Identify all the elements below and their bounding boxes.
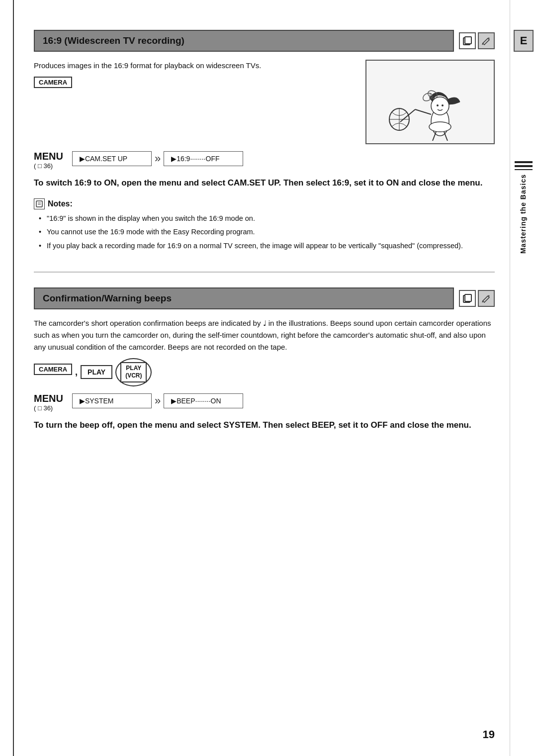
section1-notes-label: Notes: bbox=[48, 199, 73, 208]
sidebar-line-1 bbox=[515, 161, 533, 163]
section1-menu-arrow: » bbox=[152, 151, 164, 166]
sidebar-line-3 bbox=[515, 169, 533, 170]
section1-note-1: "16:9" is shown in the display when you … bbox=[38, 213, 495, 224]
section-divider bbox=[34, 272, 495, 273]
main-content: 16:9 (Widescreen TV recording) Produces … bbox=[14, 0, 510, 756]
svg-point-9 bbox=[437, 104, 439, 106]
section1-menu-label-col: MENU ( □ 36) bbox=[34, 151, 68, 170]
section2-play-vcr-line1: PLAY bbox=[125, 365, 142, 373]
section2-play-badge: PLAY bbox=[81, 365, 112, 379]
section1-icons bbox=[459, 32, 495, 49]
svg-line-24 bbox=[482, 301, 483, 302]
section1-copy-icon bbox=[459, 32, 476, 49]
section2-menu-ref: ( □ 36) bbox=[34, 404, 68, 412]
notes-icon bbox=[34, 198, 45, 209]
section1-menu-label: MENU bbox=[34, 151, 63, 161]
section2-menu-arrow: » bbox=[152, 393, 164, 408]
section2-play-vcr-line2: (VCR) bbox=[125, 372, 142, 380]
svg-line-2 bbox=[482, 43, 483, 45]
section2-camera-badge: CAMERA bbox=[34, 364, 72, 375]
section1-menu-ref: ( □ 36) bbox=[34, 162, 68, 170]
page-number: 19 bbox=[483, 728, 495, 741]
svg-rect-23 bbox=[465, 294, 471, 301]
section2-menu-label-col: MENU ( □ 36) bbox=[34, 393, 68, 412]
section2-body: The camcorder's short operation confirma… bbox=[34, 317, 495, 353]
sidebar-lines bbox=[515, 161, 533, 170]
section1-top: Produces images in the 16:9 format for p… bbox=[34, 60, 495, 144]
section2-instruction: To turn the beep off, open the menu and … bbox=[34, 419, 495, 432]
section2-play-vcr-circle: PLAY (VCR) bbox=[115, 358, 152, 386]
section1-menu-container: MENU ( □ 36) ▶CAM.SET UP » ▶16:9········… bbox=[34, 151, 495, 170]
svg-point-8 bbox=[431, 97, 449, 115]
section2-menu-step2: ▶BEEP········ON bbox=[164, 393, 243, 408]
section1-header-row: 16:9 (Widescreen TV recording) bbox=[34, 30, 495, 52]
section1-image-col bbox=[365, 60, 495, 144]
section1-block: 16:9 (Widescreen TV recording) Produces … bbox=[34, 30, 495, 252]
section2-pencil-icon bbox=[478, 290, 495, 307]
section2-menu-container: MENU ( □ 36) ▶SYSTEM » ▶BEEP········ON bbox=[34, 393, 495, 412]
section1-notes-list: "16:9" is shown in the display when you … bbox=[34, 213, 495, 252]
section2-menu-label: MENU bbox=[34, 393, 63, 403]
section2-play-vcr-badge: PLAY (VCR) bbox=[120, 362, 147, 382]
svg-point-7 bbox=[429, 122, 451, 132]
section2-comma: , bbox=[74, 367, 79, 378]
section1-notes-header: Notes: bbox=[34, 198, 495, 209]
sidebar-mastering-line1: Mastering bbox=[519, 216, 527, 254]
section1-instruction: To switch 16:9 to ON, open the menu and … bbox=[34, 177, 495, 189]
section1-body: Produces images in the 16:9 format for p… bbox=[34, 60, 356, 72]
sidebar-line-2 bbox=[515, 165, 533, 167]
section2-copy-icon bbox=[459, 290, 476, 307]
section1-notes: Notes: "16:9" is shown in the display wh… bbox=[34, 198, 495, 252]
sidebar-rotated-text: Mastering the Basics bbox=[519, 174, 529, 254]
section2-block: Confirmation/Warning beeps The camcorder… bbox=[34, 287, 495, 432]
section2-menu-row: ▶SYSTEM » ▶BEEP········ON bbox=[72, 393, 243, 408]
section2-icons bbox=[459, 290, 495, 307]
svg-rect-19 bbox=[36, 201, 42, 207]
section1-pencil-icon bbox=[478, 32, 495, 49]
section2-title: Confirmation/Warning beeps bbox=[34, 287, 454, 309]
section1-note-3: If you play back a recording made for 16… bbox=[38, 241, 495, 252]
section1-title: 16:9 (Widescreen TV recording) bbox=[34, 30, 454, 52]
svg-rect-3 bbox=[370, 62, 490, 142]
section1-menu-row: ▶CAM.SET UP » ▶16:9········OFF bbox=[72, 151, 243, 166]
section1-text-col: Produces images in the 16:9 format for p… bbox=[34, 60, 356, 144]
section1-menu-step2: ▶16:9········OFF bbox=[164, 151, 243, 166]
section1-menu-step1: ▶CAM.SET UP bbox=[72, 151, 152, 166]
svg-point-10 bbox=[442, 104, 444, 106]
section2-header-row: Confirmation/Warning beeps bbox=[34, 287, 495, 309]
left-margin bbox=[0, 0, 14, 756]
sidebar-e-label: E bbox=[514, 30, 534, 52]
section1-illustration bbox=[365, 60, 495, 144]
section1-note-2: You cannot use the 16:9 mode with the Ea… bbox=[38, 227, 495, 238]
right-sidebar: E Mastering the Basics bbox=[510, 0, 537, 756]
sidebar-mastering-section: Mastering the Basics bbox=[515, 161, 533, 254]
svg-rect-1 bbox=[465, 37, 471, 44]
section2-menu-step1: ▶SYSTEM bbox=[72, 393, 152, 408]
section1-camera-badge: CAMERA bbox=[34, 77, 72, 88]
section2-badge-row: CAMERA , PLAY PLAY (VCR) bbox=[34, 358, 495, 386]
sidebar-mastering-line2: the Basics bbox=[519, 174, 527, 214]
section2-play-vcr-outer: PLAY (VCR) bbox=[114, 358, 152, 386]
